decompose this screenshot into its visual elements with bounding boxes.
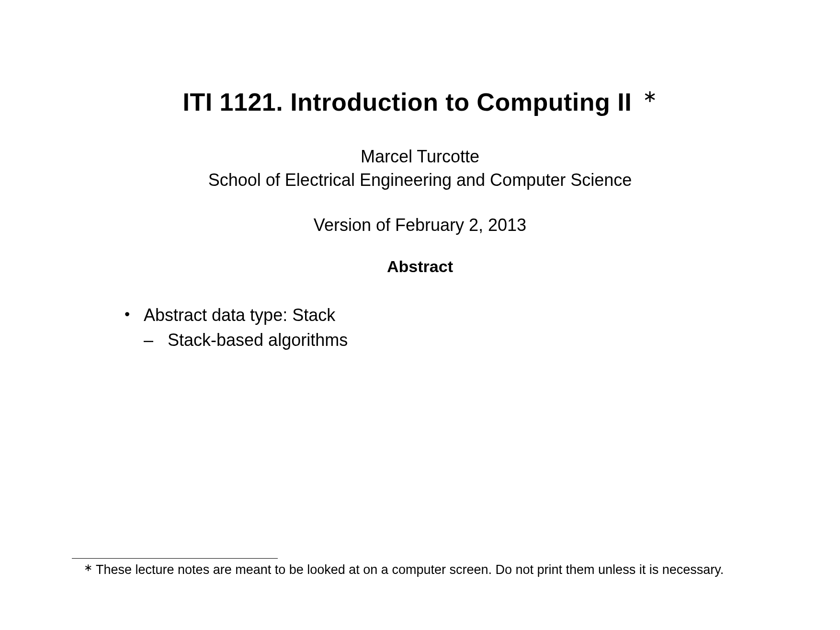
author-name: Marcel Turcotte — [72, 145, 768, 169]
document-title: ITI 1121. Introduction to Computing II — [182, 88, 632, 116]
footnote-text: These lecture notes are meant to be look… — [96, 562, 724, 577]
abstract-heading: Abstract — [72, 257, 768, 276]
footnote-symbol: ∗ — [84, 561, 92, 574]
author-affiliation: School of Electrical Engineering and Com… — [72, 169, 768, 192]
author-block: Marcel Turcotte School of Electrical Eng… — [72, 145, 768, 192]
list-item: • Abstract data type: Stack — [125, 303, 768, 328]
dash-icon: – — [144, 328, 153, 353]
list-item-text: Abstract data type: Stack — [144, 305, 335, 325]
abstract-list: • Abstract data type: Stack – Stack-base… — [125, 303, 768, 353]
bullet-icon: • — [125, 303, 130, 325]
title-footnote-mark: ∗ — [643, 86, 658, 106]
document-title-line: ITI 1121. Introduction to Computing II ∗ — [72, 86, 768, 116]
list-subitem-text: Stack-based algorithms — [168, 330, 348, 350]
footnote-block: ∗ These lecture notes are meant to be lo… — [72, 558, 768, 577]
list-subitem: – Stack-based algorithms — [125, 328, 768, 353]
footnote-text-line: ∗ These lecture notes are meant to be lo… — [72, 562, 768, 577]
document-page: ITI 1121. Introduction to Computing II ∗… — [0, 0, 840, 630]
version-line: Version of February 2, 2013 — [72, 215, 768, 235]
footnote-rule — [72, 558, 278, 559]
